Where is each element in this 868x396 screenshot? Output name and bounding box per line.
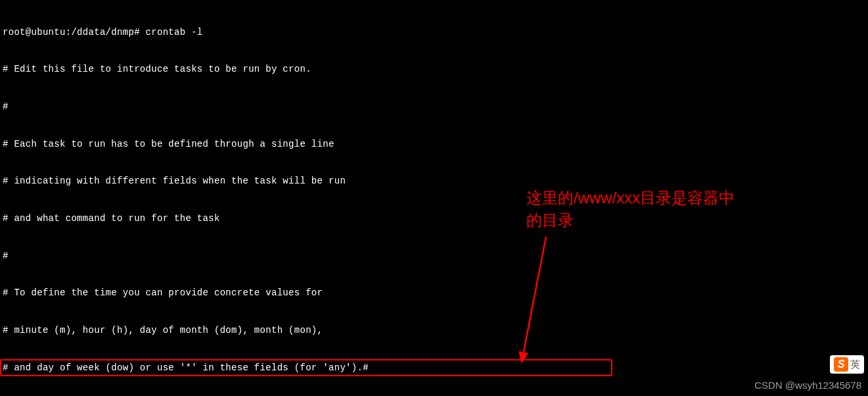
terminal-line: # indicating with different fields when …	[3, 175, 865, 187]
annotation-line: 的目录	[526, 209, 842, 232]
annotation-line: 这里的/www/xxx目录是容器中	[526, 187, 842, 209]
ime-language: 英	[850, 358, 860, 371]
terminal-line: # and day of week (dow) or use '*' in th…	[3, 362, 865, 374]
terminal-line: root@ubuntu:/ddata/dnmp# crontab -l	[3, 26, 865, 39]
ime-indicator[interactable]: S 英	[830, 355, 864, 374]
terminal-line: #	[3, 250, 865, 262]
watermark-text: CSDN @wsyh12345678	[754, 379, 861, 392]
terminal-line: # minute (m), hour (h), day of month (do…	[3, 324, 865, 337]
sogou-logo-icon: S	[834, 357, 848, 372]
terminal-line: # Edit this file to introduce tasks to b…	[3, 63, 865, 76]
annotation-text: 这里的/www/xxx目录是容器中 的目录	[526, 187, 842, 231]
terminal-line: #	[3, 101, 865, 113]
terminal-line: # To define the time you can provide con…	[3, 287, 865, 299]
terminal-line: # Each task to run has to be defined thr…	[3, 138, 865, 151]
